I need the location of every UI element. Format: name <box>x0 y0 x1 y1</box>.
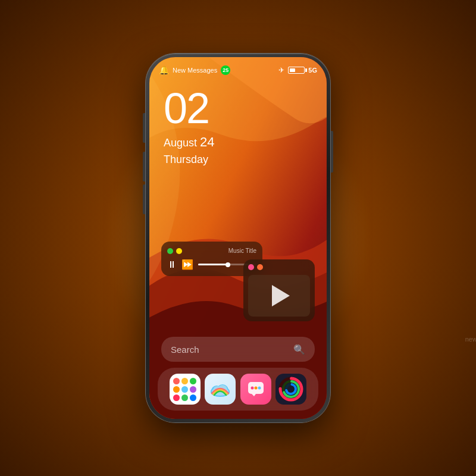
date-display: August 24 Thursday <box>164 132 215 168</box>
watermark: new 新片场素材 <box>465 334 476 345</box>
svg-point-10 <box>254 387 257 390</box>
play-button[interactable] <box>272 285 290 306</box>
traffic-light-yellow <box>176 248 182 254</box>
dot-1 <box>173 378 180 384</box>
video-area[interactable] <box>248 275 310 317</box>
airplane-icon: ✈ <box>278 66 284 74</box>
month-label: August <box>164 137 197 149</box>
search-placeholder: Search <box>171 345 293 355</box>
dock <box>158 368 318 411</box>
svg-point-11 <box>258 387 261 390</box>
dot-2 <box>181 378 188 384</box>
notification-text: New Messages <box>173 67 217 74</box>
dot-6 <box>190 386 196 393</box>
status-bar: 🔔 New Messages 25 ✈ 5G <box>149 57 327 79</box>
traffic-light-orange <box>257 264 263 270</box>
music-titlebar: Music Title <box>167 248 256 254</box>
battery-fill <box>290 68 295 72</box>
dock-app-cloud[interactable] <box>205 374 236 405</box>
traffic-light-pink <box>248 264 254 270</box>
notification-area: 🔔 New Messages 25 <box>159 65 230 75</box>
phone-screen: 🔔 New Messages 25 ✈ 5G 02 <box>149 57 327 419</box>
search-bar[interactable]: Search 🔍 <box>161 337 315 362</box>
notification-badge: 25 <box>221 65 230 75</box>
dock-app-dots[interactable] <box>170 374 201 405</box>
dot-7 <box>173 394 180 401</box>
forward-button[interactable]: ⏩ <box>181 259 193 270</box>
dot-4 <box>173 386 180 393</box>
day-label: 24 <box>200 134 214 149</box>
pause-button[interactable]: ⏸ <box>167 259 177 270</box>
battery-bar <box>288 67 305 74</box>
music-title: Music Title <box>228 248 256 254</box>
dot-8 <box>181 394 188 401</box>
dock-app-activity[interactable] <box>275 374 306 405</box>
signal-label: 5G <box>308 67 317 74</box>
search-icon[interactable]: 🔍 <box>293 344 305 355</box>
video-widget <box>243 259 315 321</box>
video-titlebar <box>248 264 310 270</box>
weekday-label: Thursday <box>164 154 208 165</box>
dot-3 <box>190 378 196 384</box>
page-background: 🔔 New Messages 25 ✈ 5G 02 <box>146 54 330 422</box>
dot-5 <box>181 386 188 393</box>
battery-indicator <box>288 67 305 74</box>
svg-point-9 <box>250 387 253 390</box>
status-right: ✈ 5G <box>278 66 317 74</box>
progress-dot <box>226 262 230 267</box>
bell-icon: 🔔 <box>159 65 169 75</box>
phone-frame: 🔔 New Messages 25 ✈ 5G 02 <box>146 54 330 422</box>
dock-app-messages[interactable] <box>240 374 271 405</box>
datetime-widget: 02 August 24 Thursday <box>164 87 215 168</box>
traffic-light-green <box>167 248 173 254</box>
time-display: 02 <box>164 87 215 130</box>
dot-9 <box>190 394 196 401</box>
